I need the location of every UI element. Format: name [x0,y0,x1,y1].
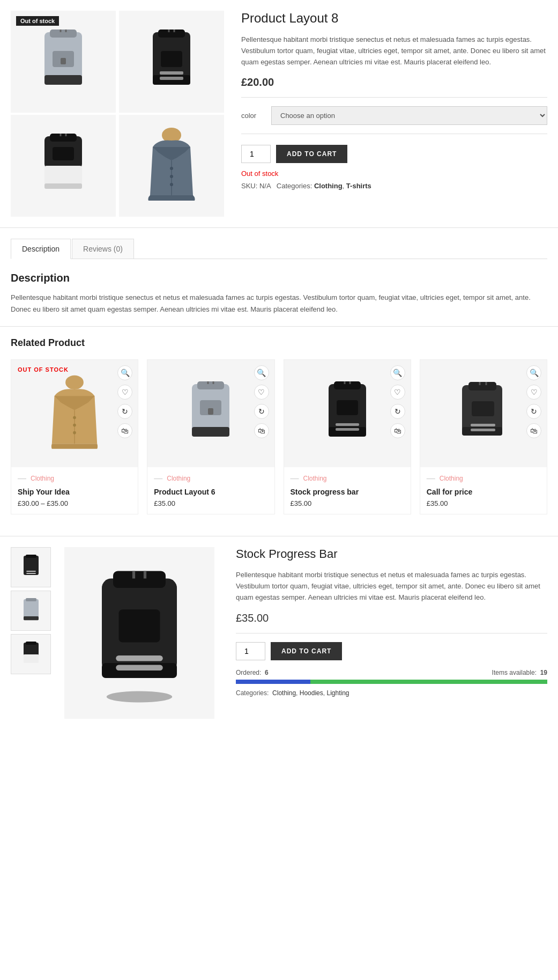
thumb-2[interactable] [11,591,51,631]
card4-name[interactable]: Call for price [427,488,540,496]
color-select[interactable]: Choose an option [271,106,547,125]
svg-rect-61 [24,654,39,663]
black-backpack-related-2 [451,373,516,454]
card1-refresh-icon[interactable]: ↻ [117,404,132,419]
product-image-3[interactable] [11,115,116,217]
card4-category: Clothing [440,475,463,482]
card3-cart-icon[interactable]: 🛍 [390,423,405,438]
card1-price: £30.00 – £35.00 [18,499,131,507]
svg-rect-14 [160,77,183,80]
related-card-1: OUT OF STOCK 🔍 ♡ ↻ 🛍 [11,359,138,514]
product-image-4[interactable] [119,115,224,217]
product2-categories: Categories: Clothing, Hoodies, Lighting [236,689,547,697]
card3-search-icon[interactable]: 🔍 [390,365,405,380]
product2-cat2[interactable]: Hoodies [300,689,323,697]
svg-rect-18 [53,147,74,160]
related-card-image-4[interactable]: 🔍 ♡ ↻ 🛍 [420,360,547,467]
quantity-input[interactable] [241,145,271,163]
backpack-image-2 [139,21,204,102]
card4-search-icon[interactable]: 🔍 [526,365,541,380]
svg-point-23 [170,167,173,170]
card3-price: £35.00 [291,499,404,507]
card2-refresh-icon[interactable]: ↻ [254,404,269,419]
svg-rect-52 [471,429,495,431]
thumb-1[interactable] [11,547,51,587]
card2-cart-icon[interactable]: 🛍 [254,423,269,438]
product2-main-image[interactable] [64,547,214,719]
card2-info: — Clothing Product Layout 6 £35.00 [147,467,274,514]
product-description: Pellentesque habitant morbi tristique se… [241,34,547,68]
category-tshirts[interactable]: T-shirts [346,182,371,190]
card3-name[interactable]: Stock progress bar [291,488,404,496]
related-products-section: Related Product OUT OF STOCK 🔍 ♡ [0,327,558,525]
product-price: £20.00 [241,76,547,89]
product2-section: Stock Progress Bar Pellentesque habitant… [0,536,558,730]
progress-labels: Ordered: 6 Items available: 19 [236,669,547,676]
progress-bar-blue [236,680,310,684]
svg-rect-31 [197,381,224,389]
card4-refresh-icon[interactable]: ↻ [526,404,541,419]
card1-cart-icon[interactable]: 🛍 [117,423,132,438]
progress-bar [236,680,547,684]
svg-rect-51 [471,424,495,426]
tab-reviews[interactable]: Reviews (0) [72,239,134,259]
related-card-image-1[interactable]: OUT OF STOCK 🔍 ♡ ↻ 🛍 [11,360,138,467]
product2-quantity-input[interactable] [236,642,265,660]
backpack-image-1 [31,21,95,102]
product2-add-to-cart-row: ADD TO CART [236,642,547,660]
product2-add-to-cart-button[interactable]: ADD TO CART [271,642,342,660]
thumb-3[interactable] [11,634,51,674]
category-clothing[interactable]: Clothing [314,182,343,190]
card4-cart-icon[interactable]: 🛍 [526,423,541,438]
card2-icons: 🔍 ♡ ↻ 🛍 [254,365,269,438]
description-body: Pellentesque habitant morbi tristique se… [11,292,547,315]
product2-cat3[interactable]: Lighting [326,689,349,697]
sku-value: N/A [259,182,271,190]
related-card-3: 🔍 ♡ ↻ 🛍 — Clothing Stock progress bar £3… [284,359,411,514]
card1-name[interactable]: Ship Your Idea [18,488,131,496]
related-card-2: 🔍 ♡ ↻ 🛍 — Clothing Product Layout 6 £35.… [147,359,274,514]
add-to-cart-button[interactable]: ADD TO CART [276,145,347,163]
svg-rect-5 [44,75,82,85]
sku-label: SKU: [241,182,257,190]
add-to-cart-row: ADD TO CART [241,145,547,163]
related-grid: OUT OF STOCK 🔍 ♡ ↻ 🛍 [11,359,547,514]
product2-description: Pellentesque habitant morbi tristique se… [236,570,547,603]
out-of-stock-badge: Out of stock [16,16,59,26]
card1-heart-icon[interactable]: ♡ [117,385,132,400]
product-color-option: color Choose an option [241,106,547,134]
product-image-grid: Out of stock [11,11,225,217]
card4-heart-icon[interactable]: ♡ [526,385,541,400]
card2-search-icon[interactable]: 🔍 [254,365,269,380]
card3-refresh-icon[interactable]: ↻ [390,404,405,419]
card3-category-line: — Clothing [291,474,404,483]
tab-description[interactable]: Description [11,239,71,259]
card3-heart-icon[interactable]: ♡ [390,385,405,400]
card1-category: Clothing [31,475,54,482]
card2-heart-icon[interactable]: ♡ [254,385,269,400]
svg-rect-57 [24,599,39,618]
card1-info: — Clothing Ship Your Idea £30.00 – £35.0… [11,467,138,514]
card2-dash: — [154,474,162,483]
out-of-stock-status: Out of stock [241,170,547,178]
svg-point-26 [65,375,84,389]
related-card-image-3[interactable]: 🔍 ♡ ↻ 🛍 [284,360,411,467]
card2-category-line: — Clothing [154,474,267,483]
svg-rect-9 [161,51,182,67]
card4-dash: — [427,474,435,483]
svg-rect-53 [24,556,39,575]
svg-point-27 [73,416,76,419]
card2-name[interactable]: Product Layout 6 [154,488,267,496]
grey-backpack-related [178,373,243,454]
progress-section: Ordered: 6 Items available: 19 Categorie… [236,669,547,697]
svg-rect-8 [158,30,185,38]
product-image-1[interactable]: Out of stock [11,11,116,113]
product-image-2[interactable] [119,11,224,113]
svg-rect-54 [26,555,36,558]
related-card-image-2[interactable]: 🔍 ♡ ↻ 🛍 [147,360,274,467]
svg-rect-38 [334,381,361,389]
product2-cat1[interactable]: Clothing [272,689,296,697]
svg-rect-56 [26,573,36,574]
svg-rect-13 [160,71,183,75]
card1-search-icon[interactable]: 🔍 [117,365,132,380]
